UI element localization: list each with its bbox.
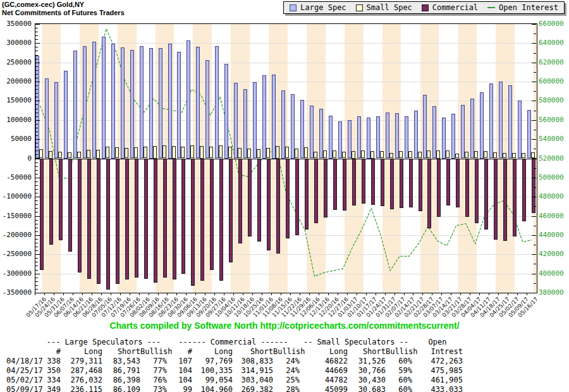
bar-commercial xyxy=(362,159,365,204)
table-value: 25% xyxy=(273,376,300,385)
table-value: 83,543 xyxy=(102,357,140,366)
table-value: 31,526 xyxy=(348,357,386,366)
right-axis-tick-label: 380000 xyxy=(539,288,569,297)
table-column-header: Short xyxy=(348,347,386,357)
bar-commercial xyxy=(427,159,431,229)
bar-small-spec xyxy=(446,150,450,158)
legend-item-open-interest: Open Interest xyxy=(487,3,558,12)
bar-large-spec xyxy=(518,101,522,158)
bar-small-spec xyxy=(314,152,317,159)
bar-small-spec xyxy=(304,147,308,158)
table-value: 76% xyxy=(140,376,167,385)
bar-small-spec xyxy=(455,154,459,159)
bar-commercial xyxy=(371,159,375,205)
left-axis-tick-label: 300000 xyxy=(0,39,32,47)
left-axis-tick-label: -50000 xyxy=(0,173,32,181)
table-value: 99 xyxy=(167,385,192,392)
bar-small-spec xyxy=(503,153,506,158)
bar-commercial xyxy=(248,159,252,237)
bar-commercial xyxy=(257,159,261,242)
bar-large-spec xyxy=(508,85,512,158)
table-value: 77% xyxy=(140,366,167,376)
legend-item-small-spec: Small Spec xyxy=(356,3,412,12)
table-value: 44669 xyxy=(300,366,348,376)
table-value: 104,960 xyxy=(192,385,233,392)
bar-small-spec xyxy=(238,148,242,159)
cot-chart-page: (GC,comex-cec) Gold,NY Net Commitments o… xyxy=(0,0,569,392)
bar-small-spec xyxy=(333,150,336,158)
right-axis-tick-label: 660000 xyxy=(539,20,569,28)
bar-commercial xyxy=(78,159,82,273)
table-value: 86,109 xyxy=(102,385,140,392)
table-value: 77% xyxy=(140,357,167,366)
bar-large-spec xyxy=(177,52,181,159)
table-column-header: Long xyxy=(192,347,233,357)
bar-small-spec xyxy=(228,147,232,158)
x-axis-ticks xyxy=(35,293,536,295)
legend-label: Small Spec xyxy=(367,3,412,12)
table-value: 60% xyxy=(386,357,412,366)
bar-commercial xyxy=(494,159,498,240)
bar-large-spec xyxy=(234,83,238,159)
bar-small-spec xyxy=(389,153,393,159)
table-group-header-small: -- Small Speculators -- xyxy=(300,338,412,347)
left-axis-tick-label: -250000 xyxy=(0,250,32,258)
bar-small-spec xyxy=(285,147,289,158)
right-axis-tick-label: 460000 xyxy=(539,212,569,220)
table-value: 349 xyxy=(40,385,61,392)
table-value: 104 xyxy=(167,366,192,376)
cot-data-table: --- Large Speculators --------- Commerci… xyxy=(6,338,463,392)
bar-large-spec xyxy=(64,71,68,159)
table-row-date: 05/02/17 xyxy=(6,376,40,385)
bar-commercial xyxy=(210,159,214,271)
table-row-date: 04/25/17 xyxy=(6,366,40,376)
bar-small-spec xyxy=(144,147,147,159)
legend-label: Open Interest xyxy=(499,3,558,12)
right-axis-tick-label: 520000 xyxy=(539,154,569,162)
bar-small-spec xyxy=(323,150,327,158)
table-value: 28% xyxy=(273,385,300,392)
table-column-header: Intrest xyxy=(412,347,463,357)
left-axis-tick-label: -150000 xyxy=(0,212,32,220)
table-value: 472,263 xyxy=(412,357,463,366)
table-value: 276,032 xyxy=(61,376,102,385)
legend-item-commercial: Commercial xyxy=(422,3,478,12)
table-value: 30,430 xyxy=(348,376,386,385)
bar-large-spec xyxy=(205,60,209,158)
table-column-header: Short xyxy=(233,347,273,357)
table-column-header: Bullish xyxy=(140,347,167,357)
left-axis-major-ticks xyxy=(35,24,40,292)
bar-commercial xyxy=(59,159,63,240)
bar-commercial xyxy=(68,159,72,252)
bar-commercial xyxy=(125,159,129,280)
bar-large-spec xyxy=(451,114,455,159)
bar-large-spec xyxy=(149,48,153,158)
table-value: 433,033 xyxy=(412,385,463,392)
table-value: 100,335 xyxy=(192,366,233,376)
bar-commercial xyxy=(181,159,185,274)
table-value: 334 xyxy=(40,376,61,385)
bar-small-spec xyxy=(342,152,346,159)
table-value: 46822 xyxy=(300,357,348,366)
table-value: 287,468 xyxy=(61,366,102,376)
bar-large-spec xyxy=(253,82,257,158)
bar-commercial xyxy=(352,159,356,205)
bar-commercial xyxy=(333,159,337,210)
table-group-header-large: --- Large Speculators --- xyxy=(40,338,167,347)
table-column-header: # xyxy=(167,347,192,357)
bar-small-spec xyxy=(49,151,52,159)
bar-small-spec xyxy=(474,151,478,158)
table-value: 338 xyxy=(40,357,61,366)
bar-small-spec xyxy=(68,152,71,158)
table-value: 314,915 xyxy=(233,366,273,376)
table-value: 44782 xyxy=(300,376,348,385)
bar-commercial xyxy=(97,159,101,285)
table-value: 30,683 xyxy=(348,385,386,392)
right-axis-major-ticks xyxy=(532,24,536,292)
bar-small-spec xyxy=(200,146,204,159)
table-value: 24% xyxy=(273,357,300,366)
bar-commercial xyxy=(106,159,110,290)
bar-commercial xyxy=(419,159,422,212)
bar-small-spec xyxy=(380,151,384,158)
legend-item-large-spec: Large Spec xyxy=(290,3,346,12)
